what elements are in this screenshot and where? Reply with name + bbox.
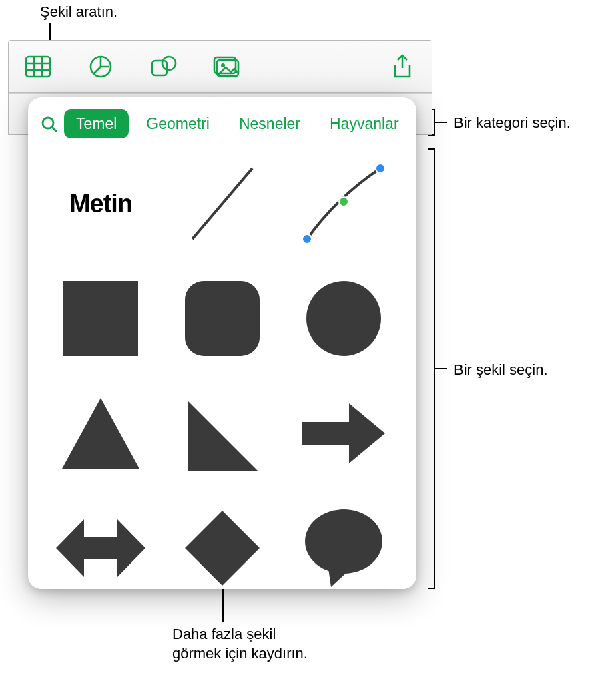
svg-marker-21 xyxy=(188,401,258,471)
svg-point-9 xyxy=(221,63,225,67)
category-tab-temel[interactable]: Temel xyxy=(64,109,129,138)
shape-square[interactable] xyxy=(51,272,151,365)
svg-marker-22 xyxy=(302,403,385,463)
callout-category-line xyxy=(435,122,447,123)
category-row: Temel Geometri Nesneler Hayvanlar xyxy=(28,97,416,145)
toolbar xyxy=(9,41,432,93)
shape-diamond[interactable] xyxy=(172,501,272,589)
svg-marker-26 xyxy=(328,568,348,587)
svg-marker-20 xyxy=(62,398,139,469)
shapes-popover: Temel Geometri Nesneler Hayvanlar Metin xyxy=(28,97,416,589)
svg-point-19 xyxy=(306,281,381,356)
callout-shape-label: Bir şekil seçin. xyxy=(454,361,548,380)
svg-rect-17 xyxy=(63,281,138,356)
category-tab-geometri[interactable]: Geometri xyxy=(134,109,222,138)
shape-triangle[interactable] xyxy=(51,387,151,480)
shape-arrow-right[interactable] xyxy=(294,387,394,480)
category-tab-hayvanlar[interactable]: Hayvanlar xyxy=(318,109,411,138)
shape-arrow-bidir[interactable] xyxy=(51,501,151,589)
shape-text-label: Metin xyxy=(69,190,132,218)
svg-line-12 xyxy=(52,127,57,132)
toolbar-media-button[interactable] xyxy=(210,52,242,81)
svg-point-16 xyxy=(376,164,385,173)
category-tab-nesneler[interactable]: Nesneler xyxy=(227,109,312,138)
svg-rect-0 xyxy=(26,57,50,77)
svg-point-14 xyxy=(302,234,312,244)
toolbar-table-button[interactable] xyxy=(22,52,54,81)
shape-speech-bubble[interactable] xyxy=(294,501,394,589)
svg-marker-24 xyxy=(185,511,260,586)
svg-point-11 xyxy=(43,118,53,128)
callout-shape-line xyxy=(435,368,447,369)
toolbar-chart-button[interactable] xyxy=(85,52,117,81)
shapes-grid: Metin xyxy=(28,145,416,589)
callout-search-label: Şekil aratın. xyxy=(40,3,117,22)
search-icon[interactable] xyxy=(40,113,59,136)
svg-line-13 xyxy=(192,168,252,239)
toolbar-shape-button[interactable] xyxy=(147,52,180,81)
shape-line[interactable] xyxy=(172,157,272,250)
svg-point-25 xyxy=(305,509,382,574)
svg-rect-18 xyxy=(185,281,260,356)
popover-arrow xyxy=(214,97,232,99)
shape-curve[interactable] xyxy=(294,157,394,250)
shape-circle[interactable] xyxy=(294,272,394,365)
callout-category-label: Bir kategori seçin. xyxy=(454,114,571,133)
svg-marker-23 xyxy=(56,519,145,577)
callout-scroll-label: Daha fazla şekil görmek için kaydırın. xyxy=(172,625,308,663)
svg-point-7 xyxy=(162,57,176,70)
toolbar-share-button[interactable] xyxy=(386,52,418,81)
shape-text[interactable]: Metin xyxy=(51,157,151,250)
svg-point-15 xyxy=(339,197,348,206)
shape-rounded-square[interactable] xyxy=(172,272,272,365)
shape-right-triangle[interactable] xyxy=(172,387,272,480)
